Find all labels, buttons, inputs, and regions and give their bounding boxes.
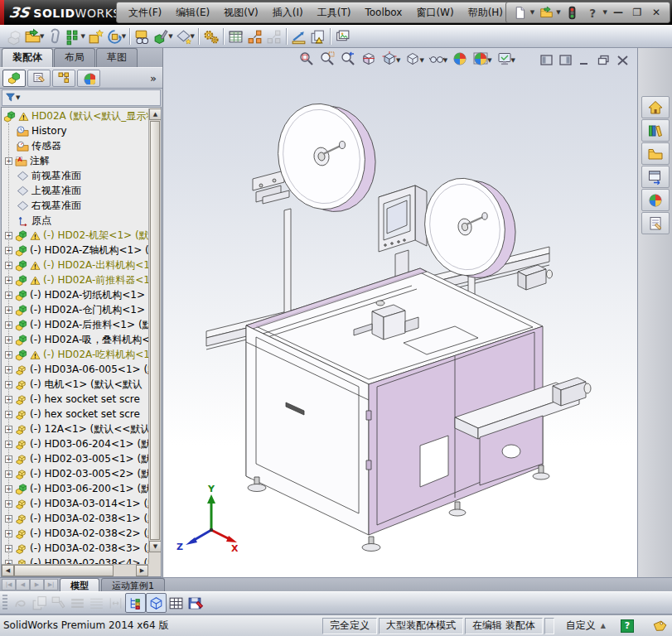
reference-geometry-icon[interactable]: ▼ [174,26,196,46]
view-orientation-icon[interactable]: ▼ [380,51,402,70]
dropdown-caret-icon[interactable]: ▼ [122,33,126,40]
tree-item[interactable]: History [2,123,148,138]
tab-运动算例1[interactable]: 运动算例1 [101,578,165,591]
dropdown-caret-icon[interactable]: ▼ [530,9,534,16]
design-library-icon[interactable] [641,119,670,142]
scroll-left-button[interactable]: ◀ [2,565,14,576]
assembly-features-icon[interactable]: ▼ [152,26,173,46]
expand-plus-icon[interactable]: + [5,485,12,493]
dropdown-caret-icon[interactable]: ▼ [511,57,515,64]
filter-input[interactable] [22,92,157,104]
display-style-icon[interactable]: ▼ [403,51,425,70]
doc-restore-button[interactable] [597,53,610,69]
smart-fasteners-icon[interactable] [86,26,105,46]
toolbar-drag-handle[interactable] [2,595,7,611]
dropdown-caret-icon[interactable]: ▼ [191,33,195,40]
tree-item[interactable]: +(-) HD02A-吸，叠料机构< [2,332,148,347]
assembly-visualization-icon[interactable] [308,26,327,46]
solidworks-resources-icon[interactable] [641,96,670,118]
property-manager-tab-icon[interactable] [27,70,51,87]
expand-plus-icon[interactable]: + [5,515,12,523]
expand-plus-icon[interactable]: + [5,500,12,508]
open-part-icon[interactable]: ▼ [23,26,45,46]
tree-item[interactable]: +(-) HD02-03-005<1> (默认 [2,451,148,466]
appearances-scenes-icon[interactable] [641,189,670,211]
tree-item[interactable]: +(-) HD03A-02-038<4> (默 [2,556,148,564]
menu-w[interactable]: 窗口(W) [409,3,460,22]
menu-toolbox[interactable]: Toolbox [358,4,409,21]
expand-plus-icon[interactable]: + [5,545,12,552]
horizontal-scroll-track[interactable] [114,565,136,576]
expand-plus-icon[interactable]: + [5,247,12,254]
expand-plus-icon[interactable]: + [5,366,12,373]
menu-v[interactable]: 视图(V) [217,3,265,22]
tree-item[interactable]: HD02A (默认<默认_显示状 [2,108,148,123]
tree-item[interactable]: +(-) HD03A-02-038<2> (默 [2,526,148,541]
filter-icon[interactable] [5,90,16,106]
tree-item[interactable]: +(-) HD02-03-005<2> (默认 [2,466,148,481]
expand-plus-icon[interactable]: + [5,277,12,284]
tab-布局[interactable]: 布局 [54,48,95,67]
horizontal-scroll-thumb[interactable] [14,565,114,576]
motion-nav-button-3[interactable]: ▶| [44,579,58,590]
tree-item[interactable]: +(-) HD03A-02-038<3> (默 [2,541,148,556]
dropdown-caret-icon[interactable]: ▼ [168,33,172,40]
pane-expand-chevron[interactable]: » [150,72,160,84]
scroll-right-button[interactable]: ▶ [136,565,148,576]
tree-item[interactable]: +(-) HD03A-06-005<1> (默 [2,362,148,377]
show-hidden-components-icon[interactable] [133,26,152,46]
vertical-scroll-thumb[interactable] [150,121,160,540]
new-document-icon[interactable] [511,3,529,22]
custom-caret-icon[interactable]: ▲ [601,622,606,629]
tree-item[interactable]: +(-) HD03-06-204<1> (默认 [2,436,148,451]
display-manager-tab-icon[interactable] [77,70,100,87]
shaded-cube-icon[interactable] [146,593,167,613]
scroll-down-button[interactable]: ▼ [149,541,162,552]
menu-i[interactable]: 插入(I) [266,3,310,22]
tree-item[interactable]: +(-) HD02A-出料机构<1 [2,258,148,272]
interference-detection-icon[interactable] [289,26,308,46]
scroll-up-button[interactable]: ▲ [149,108,162,120]
previous-view-icon[interactable] [338,51,358,70]
dropdown-caret-icon[interactable]: ▼ [40,33,44,40]
tree-item[interactable]: +(-) HD02A-前推料器<1 [2,272,148,287]
tree-item[interactable]: 原点 [2,213,148,228]
tree-item[interactable]: +(-) HD02A-吃料机构<1 [2,347,148,362]
file-explorer-icon[interactable] [641,142,670,165]
expand-plus-icon[interactable]: + [5,426,12,433]
dropdown-caret-icon[interactable]: ▼ [396,57,400,64]
dropdown-caret-icon[interactable]: ▼ [443,57,447,64]
tree-item[interactable]: +(-) HD02A-后推料<1> (默 [2,317,148,332]
tree-item[interactable]: +A注解 [2,153,148,168]
expand-plus-icon[interactable]: + [5,530,12,537]
doc-minimize-button[interactable] [578,53,591,69]
apply-scene-icon[interactable]: ▼ [471,51,493,70]
tree-vertical-scrollbar[interactable]: ▲ ▼ [148,108,161,564]
expand-plus-icon[interactable]: + [5,441,12,448]
zoom-area-icon[interactable] [317,51,337,70]
new-motion-study-icon[interactable] [201,26,220,46]
motion-nav-button-0[interactable]: |◀ [2,579,16,590]
help-icon[interactable]: ? [584,3,602,22]
motion-nav-button-2[interactable]: ▶ [30,579,44,590]
tree-item[interactable]: +(-) HD02A-仓门机构<1> ( [2,302,148,317]
tree-item[interactable]: +(-) 电机<1> (默认<默认 [2,377,148,392]
maximize-button[interactable]: ❐ [629,5,645,20]
configuration-manager-tab-icon[interactable] [52,70,75,87]
menu-h[interactable]: 帮助(H) [462,3,510,22]
zoom-fit-icon[interactable] [297,51,317,70]
tree-item[interactable]: +(-) HD02A-Z轴机构<1> (默 [2,243,148,258]
close-button[interactable]: ✕ [648,5,665,20]
edit-appearance-icon[interactable] [450,51,470,70]
traffic-light-icon[interactable] [563,3,582,22]
expand-plus-icon[interactable]: + [5,351,12,359]
pane-right-button[interactable] [559,53,572,69]
tree-item[interactable]: +(-) HD03A-02-038<1> (默 [2,511,148,526]
menu-t[interactable]: 工具(T) [311,3,358,22]
dropdown-caret-icon[interactable]: ▼ [487,57,491,64]
linear-component-pattern-icon[interactable]: ▼ [64,26,85,46]
view-settings-icon[interactable]: ▼ [495,51,517,70]
quick-tips-help-icon[interactable]: ? [621,619,634,633]
expand-plus-icon[interactable]: + [5,232,12,239]
expand-plus-icon[interactable]: + [5,336,12,344]
